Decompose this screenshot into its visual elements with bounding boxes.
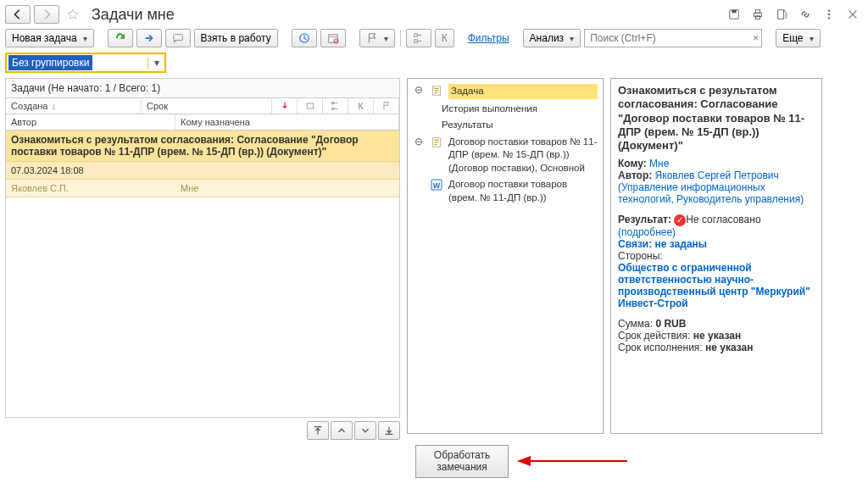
- more-label: Еще: [782, 33, 803, 43]
- chevron-down-icon[interactable]: ▾: [147, 57, 164, 69]
- svg-marker-23: [517, 456, 531, 466]
- column-header-row2: Автор Кому назначена: [5, 114, 400, 130]
- detail-author-extra[interactable]: (Управление информационных технологий, Р…: [618, 181, 804, 205]
- goto-up-icon[interactable]: [331, 421, 353, 440]
- flag-button[interactable]: [359, 29, 395, 47]
- forward-action-button[interactable]: [136, 29, 162, 47]
- task-date: 07.03.2024 18:08: [11, 165, 394, 175]
- clock-button[interactable]: [292, 29, 317, 47]
- task-assignee: Мне: [181, 183, 394, 193]
- tree-collapse-icon[interactable]: ⊖: [413, 84, 425, 97]
- svg-rect-17: [331, 108, 333, 109]
- k-button[interactable]: К: [435, 29, 454, 47]
- tree-results[interactable]: Результаты: [442, 119, 598, 132]
- svg-point-6: [828, 9, 830, 11]
- tree-task-label[interactable]: Задача: [448, 84, 598, 99]
- svg-rect-9: [173, 35, 182, 41]
- detail-author-label: Автор:: [618, 169, 652, 181]
- svg-rect-14: [414, 40, 417, 43]
- tree-doc2[interactable]: Договор поставки товаров (врем. № 11-ДП …: [448, 178, 598, 204]
- list-nav-footer: [5, 421, 400, 440]
- chat-button[interactable]: [165, 29, 191, 47]
- report-icon[interactable]: [771, 5, 792, 24]
- back-button[interactable]: [5, 5, 31, 24]
- task-details-panel: Ознакомиться с результатом согласования:…: [610, 78, 822, 434]
- analysis-button[interactable]: Анализ: [523, 29, 581, 47]
- new-task-button[interactable]: Новая задача: [5, 29, 94, 47]
- detail-party2[interactable]: Инвест-Строй: [618, 297, 688, 309]
- svg-rect-15: [307, 103, 314, 108]
- k-label: К: [442, 33, 448, 43]
- status-rejected-icon: ✓: [674, 214, 686, 226]
- tree-doc1[interactable]: Договор поставки товаров № 11-ДПР (врем.…: [448, 136, 598, 175]
- col-attach-icon[interactable]: [298, 98, 323, 114]
- svg-rect-1: [732, 10, 736, 14]
- svg-rect-5: [778, 10, 784, 19]
- separator: [400, 30, 401, 47]
- detail-result-value: Не согласовано: [686, 214, 760, 225]
- task-row[interactable]: Ознакомиться с результатом согласования:…: [6, 131, 399, 162]
- col-created[interactable]: Создана ↓: [6, 98, 142, 114]
- link-icon[interactable]: [795, 5, 815, 24]
- calendar-button[interactable]: [320, 29, 346, 47]
- svg-rect-13: [414, 34, 417, 37]
- col-created-label: Создана: [11, 101, 47, 111]
- detail-exec-label: Срок исполнения:: [618, 342, 703, 353]
- page-title: Задачи мне: [92, 6, 175, 24]
- detail-author-value[interactable]: Яковлев Сергей Петрович: [655, 169, 779, 181]
- search-input[interactable]: [584, 29, 762, 47]
- detail-exec-value: не указан: [705, 342, 753, 353]
- col-priority-icon[interactable]: [272, 98, 298, 114]
- detail-sum-label: Сумма:: [618, 318, 653, 330]
- search-box: ×: [584, 29, 762, 47]
- task-name: Ознакомиться с результатом согласования:…: [11, 134, 394, 158]
- star-icon[interactable]: [63, 5, 83, 24]
- detail-sum-value: 0 RUB: [655, 318, 686, 330]
- document-icon: [430, 136, 443, 149]
- task-list: Ознакомиться с результатом согласования:…: [5, 130, 400, 418]
- forward-button[interactable]: [34, 5, 59, 24]
- detail-validity-value: не указан: [693, 330, 741, 342]
- tree-collapse-button[interactable]: [406, 29, 431, 47]
- task-row-meta[interactable]: Яковлев С.П. Мне: [6, 180, 399, 197]
- kebab-icon[interactable]: [819, 5, 839, 24]
- red-arrow-annotation: [517, 453, 627, 470]
- column-header-row1: Создана ↓ Срок К: [5, 97, 400, 114]
- detail-links[interactable]: Связи: не заданы: [618, 238, 707, 250]
- col-flag-icon[interactable]: [374, 98, 399, 114]
- take-work-button[interactable]: Взять в работу: [194, 29, 278, 47]
- process-remarks-button[interactable]: Обработать замечания: [415, 445, 509, 478]
- grouping-select[interactable]: Без группировки ▾: [5, 53, 166, 73]
- svg-point-7: [828, 14, 830, 15]
- goto-down-icon[interactable]: [354, 421, 376, 440]
- detail-result-more[interactable]: (подробнее): [618, 226, 676, 238]
- col-assignee[interactable]: Кому назначена: [175, 114, 399, 130]
- detail-validity-label: Срок действия:: [618, 330, 690, 342]
- svg-point-8: [828, 17, 830, 19]
- task-tree-panel: ⊖ Задача История выполнения Результаты ⊖…: [407, 78, 604, 434]
- col-due[interactable]: Срок: [142, 98, 272, 114]
- save-icon[interactable]: [724, 5, 744, 24]
- close-icon[interactable]: [843, 5, 863, 24]
- word-file-icon: W: [430, 178, 443, 192]
- detail-to-label: Кому:: [618, 158, 647, 169]
- print-icon[interactable]: [748, 5, 768, 24]
- col-k[interactable]: К: [348, 98, 374, 114]
- filters-link[interactable]: Фильтры: [468, 32, 509, 44]
- svg-rect-3: [755, 10, 760, 14]
- detail-title: Ознакомиться с результатом согласования:…: [618, 84, 815, 153]
- task-row-date[interactable]: 07.03.2024 18:08: [6, 162, 399, 180]
- new-task-label: Новая задача: [12, 33, 77, 43]
- tree-history[interactable]: История выполнения: [442, 103, 598, 116]
- col-tree-icon[interactable]: [323, 98, 348, 114]
- tree-collapse-icon[interactable]: ⊖: [413, 136, 425, 149]
- more-button[interactable]: Еще: [776, 29, 820, 47]
- task-count-label: Задачи (Не начато: 1 / Всего: 1): [5, 78, 400, 97]
- search-clear-icon[interactable]: ×: [753, 32, 759, 44]
- goto-top-icon[interactable]: [307, 421, 329, 440]
- col-author[interactable]: Автор: [6, 114, 175, 130]
- refresh-button[interactable]: [108, 29, 133, 47]
- detail-party1[interactable]: Общество с ограниченной ответственностью…: [618, 262, 810, 297]
- detail-to-value[interactable]: Мне: [649, 158, 669, 169]
- goto-bottom-icon[interactable]: [378, 421, 400, 440]
